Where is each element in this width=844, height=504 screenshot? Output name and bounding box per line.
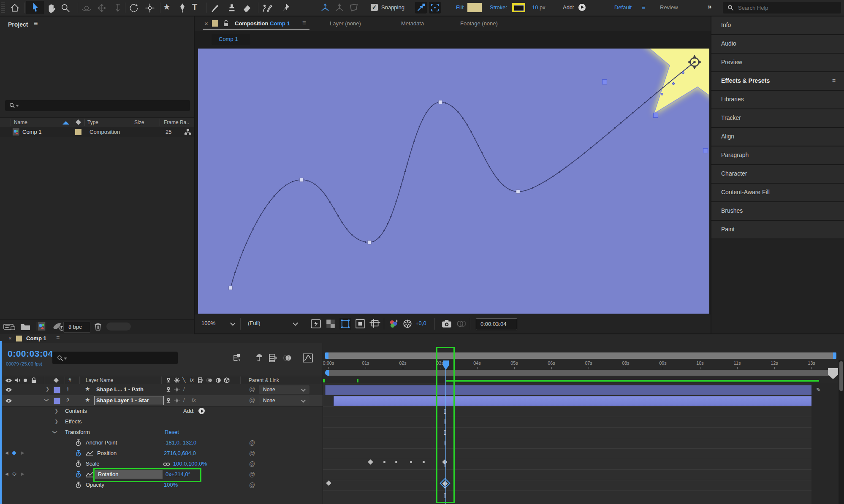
prev-keyframe-icon[interactable]: ◀ bbox=[5, 471, 8, 476]
shy-icon[interactable]: / bbox=[183, 386, 185, 392]
view-axis-mode[interactable] bbox=[348, 2, 360, 14]
switch-3d-icon[interactable] bbox=[224, 377, 230, 383]
panel-preview[interactable]: Preview bbox=[711, 54, 844, 72]
column-layer-name[interactable]: Layer Name bbox=[86, 377, 113, 383]
add-contents-label[interactable]: Add: bbox=[183, 408, 195, 414]
keyframe-toggle-icon[interactable]: ◇ bbox=[12, 470, 16, 477]
graph-overlay-icon[interactable] bbox=[86, 472, 93, 477]
pickwhip-icon[interactable]: @ bbox=[249, 450, 255, 457]
keyframe-dot[interactable] bbox=[383, 461, 385, 463]
motion-blur-icon[interactable] bbox=[283, 353, 293, 363]
workspace-review[interactable]: Review bbox=[660, 4, 678, 11]
eye-icon[interactable] bbox=[5, 387, 12, 392]
label-column-tag-icon[interactable] bbox=[75, 119, 81, 125]
graph-editor-icon[interactable] bbox=[302, 353, 313, 363]
pen-tool[interactable] bbox=[177, 2, 187, 13]
world-axis-mode[interactable] bbox=[334, 2, 345, 14]
property-value[interactable]: 100% bbox=[164, 482, 178, 488]
toolbar-overflow-chevrons[interactable]: » bbox=[708, 3, 711, 11]
panel-paint[interactable]: Paint bbox=[711, 221, 844, 239]
property-label[interactable]: Opacity bbox=[86, 482, 104, 488]
property-label[interactable]: Scale bbox=[86, 461, 100, 467]
workspace-default[interactable]: Default bbox=[614, 4, 632, 11]
pencil-icon[interactable]: ✎ bbox=[816, 387, 821, 393]
column-type[interactable]: Type bbox=[87, 119, 98, 125]
group-label[interactable]: Effects bbox=[65, 418, 82, 425]
collapse-transformations-icon[interactable] bbox=[166, 387, 171, 393]
snapshot-camera-icon[interactable] bbox=[441, 319, 452, 329]
parent-pickwhip-icon[interactable]: @ bbox=[249, 397, 255, 404]
tab-footage[interactable]: Footage (none) bbox=[460, 20, 498, 27]
group-row-effects[interactable]: ❯ Effects bbox=[2, 417, 323, 427]
snap-along-edges-button[interactable] bbox=[415, 2, 427, 14]
orbit-camera-tool[interactable] bbox=[81, 3, 92, 14]
switch-collapse-icon[interactable] bbox=[166, 377, 171, 383]
timeline-tab-close-icon[interactable]: × bbox=[8, 335, 12, 341]
timeline-navigator-bar[interactable] bbox=[325, 370, 836, 376]
timeline-tab-swatch[interactable] bbox=[16, 336, 22, 341]
stopwatch-icon-active[interactable] bbox=[76, 471, 81, 478]
pickwhip-icon[interactable]: @ bbox=[249, 439, 255, 446]
column-hash[interactable]: # bbox=[68, 377, 71, 383]
snap-to-features-button[interactable] bbox=[429, 2, 441, 14]
timeline-tab-menu-icon[interactable]: ≡ bbox=[56, 334, 60, 341]
home-button[interactable] bbox=[9, 3, 20, 14]
column-parent-link[interactable]: Parent & Link bbox=[249, 377, 279, 383]
tab-metadata[interactable]: Metadata bbox=[401, 20, 424, 27]
frame-blending-icon[interactable] bbox=[268, 353, 278, 363]
layer-row-1[interactable]: ❯ 1 ★ Shape L... 1 - Path / @ None bbox=[2, 384, 323, 396]
marker-bin-handle[interactable] bbox=[828, 368, 838, 379]
new-folder-icon[interactable] bbox=[20, 322, 30, 331]
exposure-value[interactable]: +0,0 bbox=[415, 320, 426, 326]
switch-motion-blur-icon[interactable] bbox=[206, 377, 213, 383]
panel-content-aware-fill[interactable]: Content-Aware Fill bbox=[711, 184, 844, 202]
pan-camera-tool[interactable] bbox=[96, 3, 107, 14]
keyframe-dot[interactable] bbox=[423, 461, 425, 463]
exposure-icon[interactable] bbox=[402, 319, 413, 329]
column-size[interactable]: Size bbox=[134, 119, 144, 125]
flowchart-icon[interactable] bbox=[185, 129, 191, 135]
panel-info[interactable]: Info bbox=[711, 16, 844, 35]
tab-composition[interactable]: Composition Comp 1 bbox=[235, 20, 290, 27]
pickwhip-icon[interactable]: @ bbox=[249, 471, 255, 478]
keyframe-dot[interactable] bbox=[395, 461, 397, 463]
shape-tool[interactable]: ★ bbox=[163, 2, 171, 12]
property-label[interactable]: Anchor Point bbox=[86, 439, 117, 446]
panel-menu-icon[interactable]: ≡ bbox=[832, 77, 836, 84]
column-frame-rate[interactable]: Frame Ra.. bbox=[164, 119, 189, 125]
graph-overlay-icon[interactable] bbox=[86, 451, 93, 456]
snapping-label[interactable]: Snapping bbox=[381, 4, 404, 11]
solo-icon[interactable] bbox=[24, 379, 27, 382]
mask-visibility-icon[interactable] bbox=[339, 318, 351, 330]
channel-settings-icon[interactable] bbox=[388, 319, 399, 329]
property-value[interactable]: 2716,0,684,0 bbox=[164, 450, 196, 456]
current-timecode[interactable]: 0:00:03:04 bbox=[8, 349, 53, 359]
switch-adjustment-icon[interactable] bbox=[215, 377, 221, 383]
unlock-icon[interactable] bbox=[223, 20, 229, 27]
label-tag-icon[interactable] bbox=[53, 377, 59, 383]
stroke-label[interactable]: Stroke: bbox=[490, 4, 507, 11]
layer-color-swatch[interactable] bbox=[54, 387, 60, 393]
stroke-width-value[interactable]: 10 px bbox=[532, 4, 545, 11]
property-row-position[interactable]: ◀ ◆ ▶ Position 2716,0,684,0 @ bbox=[2, 448, 323, 459]
draft-3d-icon[interactable] bbox=[254, 353, 264, 363]
local-axis-mode[interactable] bbox=[319, 2, 331, 14]
timeline-tab-label[interactable]: Comp 1 bbox=[26, 335, 46, 341]
hand-tool[interactable] bbox=[46, 3, 57, 14]
prev-keyframe-icon[interactable]: ◀ bbox=[5, 450, 8, 455]
fast-previews-icon[interactable] bbox=[310, 319, 321, 329]
transform-reset-link[interactable]: Reset bbox=[165, 429, 179, 435]
parent-pickwhip-icon[interactable]: @ bbox=[249, 386, 255, 393]
constrain-link-icon[interactable] bbox=[163, 462, 170, 466]
viewer-tab-menu-icon[interactable]: ≡ bbox=[302, 19, 306, 26]
transparency-grid-icon[interactable] bbox=[326, 319, 336, 329]
sort-ascending-icon[interactable] bbox=[62, 121, 69, 125]
stroke-swatch[interactable] bbox=[512, 3, 525, 12]
pan-behind-anchor-tool[interactable] bbox=[144, 3, 155, 14]
workspace-menu-icon[interactable]: ≡ bbox=[642, 3, 646, 11]
help-search-box[interactable] bbox=[723, 2, 841, 14]
switch-fx-icon[interactable]: fx bbox=[190, 377, 194, 383]
interpret-footage-icon[interactable] bbox=[3, 322, 15, 331]
project-search-input[interactable] bbox=[22, 101, 184, 110]
twirl-arrow-icon[interactable]: ❯ bbox=[46, 386, 49, 392]
